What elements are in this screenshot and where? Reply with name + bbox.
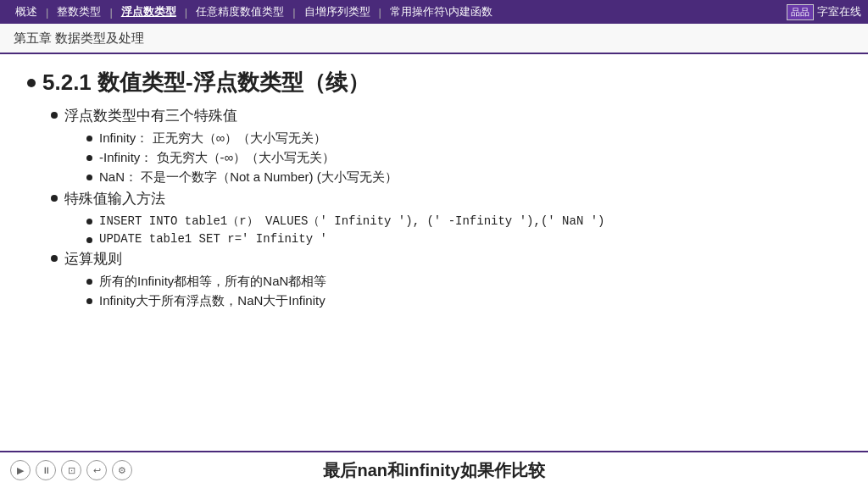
s2c1-text: INSERT INTO table1（r） VALUES（' Infinity …: [99, 214, 605, 229]
section-1-child-1: Infinity： 正无穷大（∞）（大小写无关）: [86, 130, 841, 147]
bottom-bar: ▶ ⏸ ⊡ ↩ ⚙ 最后nan和infinity如果作比较: [0, 451, 868, 488]
nav-item-int[interactable]: 整数类型: [48, 4, 109, 19]
section-1-child-3: NaN： 不是一个数字（Not a Number) (大小写无关）: [86, 169, 841, 186]
icon-settings[interactable]: ⚙: [112, 460, 132, 480]
slide-title: 5.2.1 数值类型-浮点数类型（续）: [27, 68, 841, 97]
section-2-child-2: UPDATE table1 SET r=' Infinity ': [86, 232, 841, 246]
nav-item-float[interactable]: 浮点数类型: [113, 4, 185, 19]
s2c2-dot: [86, 237, 92, 243]
top-nav: 概述 | 整数类型 | 浮点数类型 | 任意精度数值类型 | 自增序列类型 | …: [0, 0, 868, 24]
logo-icon: 品品: [791, 6, 810, 19]
bottom-title: 最后nan和infinity如果作比较: [323, 459, 544, 482]
nav-item-sequence[interactable]: 自增序列类型: [296, 4, 379, 19]
logo-text: 字室在线: [817, 4, 861, 19]
slide-title-text: 5.2.1 数值类型-浮点数类型（续）: [42, 68, 370, 97]
s1c1-text: Infinity： 正无穷大（∞）（大小写无关）: [99, 130, 326, 147]
s3c1-text: 所有的Infinity都相等，所有的NaN都相等: [99, 274, 326, 290]
section-3-child-1: 所有的Infinity都相等，所有的NaN都相等: [86, 274, 841, 290]
nav-item-overview[interactable]: 概述: [7, 4, 46, 19]
icon-skip[interactable]: ⊡: [61, 460, 81, 480]
section-3-dot: [51, 255, 58, 262]
logo: 品品 字室在线: [787, 4, 861, 20]
section-2-child-1: INSERT INTO table1（r） VALUES（' Infinity …: [86, 214, 841, 229]
s1c3-text: NaN： 不是一个数字（Not a Number) (大小写无关）: [99, 169, 398, 186]
section-2-dot: [51, 195, 58, 202]
section-1: 浮点数类型中有三个特殊值: [51, 106, 841, 125]
section-1-child-2: -Infinity： 负无穷大（-∞）（大小写无关）: [86, 150, 841, 166]
s1c2-text: -Infinity： 负无穷大（-∞）（大小写无关）: [99, 150, 335, 166]
section-2-label: 特殊值输入方法: [64, 189, 165, 208]
section-3: 运算规则: [51, 249, 841, 269]
logo-box: 品品: [787, 4, 814, 20]
section-3-label: 运算规则: [64, 249, 122, 269]
s3c2-dot: [86, 298, 92, 304]
bottom-icons: ▶ ⏸ ⊡ ↩ ⚙: [10, 460, 132, 480]
chapter-title: 第五章 数据类型及处理: [14, 30, 144, 47]
s3c1-dot: [86, 279, 92, 285]
s1c2-dot: [86, 155, 92, 161]
icon-back[interactable]: ↩: [86, 460, 107, 480]
main-content: 5.2.1 数值类型-浮点数类型（续） 浮点数类型中有三个特殊值 Infinit…: [0, 54, 868, 451]
s2c2-text: UPDATE table1 SET r=' Infinity ': [99, 232, 327, 246]
nav-item-operators[interactable]: 常用操作符\内建函数: [381, 4, 501, 19]
s1c1-dot: [86, 136, 92, 141]
s3c2-text: Infinity大于所有浮点数，NaN大于Infinity: [99, 293, 326, 309]
section-1-label: 浮点数类型中有三个特殊值: [64, 106, 237, 125]
title-bullet-dot: [27, 79, 36, 87]
s2c1-dot: [86, 219, 92, 225]
section-1-dot: [51, 112, 58, 119]
section-2: 特殊值输入方法: [51, 189, 841, 208]
chapter-header: 第五章 数据类型及处理: [0, 24, 868, 54]
s1c3-dot: [86, 175, 92, 180]
icon-play[interactable]: ▶: [10, 460, 31, 480]
section-3-child-2: Infinity大于所有浮点数，NaN大于Infinity: [86, 293, 841, 309]
nav-item-arbitrary[interactable]: 任意精度数值类型: [187, 4, 292, 19]
icon-pause[interactable]: ⏸: [36, 460, 56, 480]
